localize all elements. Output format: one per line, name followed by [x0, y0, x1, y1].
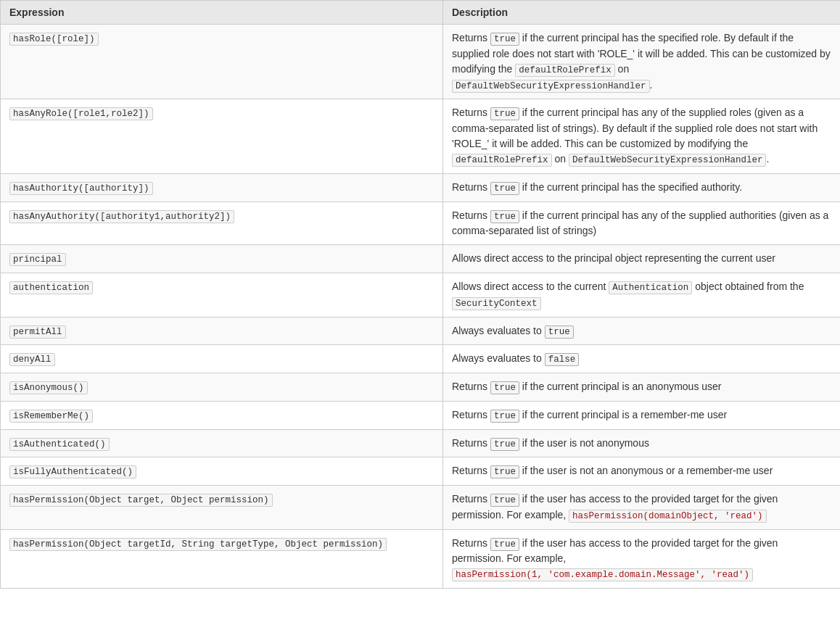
expression-cell: isRememberMe()	[1, 401, 443, 429]
description-cell: Returns true if the current principal is…	[443, 373, 841, 402]
code-snippet-red: hasPermission(domainObject, 'read')	[569, 510, 767, 523]
expression-code: hasPermission(Object target, Object perm…	[9, 494, 273, 507]
description-cell: Returns true if the current principal ha…	[443, 99, 841, 174]
expression-cell: principal	[1, 245, 443, 273]
description-cell: Returns true if the user has access to t…	[443, 529, 841, 589]
expressions-table: Expression Description hasRole([role])Re…	[0, 0, 840, 589]
expression-cell: isAuthenticated()	[1, 429, 443, 457]
table-row: hasPermission(Object target, Object perm…	[1, 486, 841, 530]
true-badge: true	[490, 381, 519, 394]
description-cell: Returns true if the current principal ha…	[443, 202, 841, 245]
true-badge: true	[490, 210, 519, 223]
true-badge: true	[490, 33, 519, 46]
description-header: Description	[443, 1, 841, 25]
false-badge: false	[545, 353, 580, 366]
expression-code: principal	[9, 253, 66, 266]
code-snippet: Authentication	[609, 281, 692, 294]
expression-code: permitAll	[9, 325, 66, 339]
description-cell: Allows direct access to the principal ob…	[443, 245, 841, 273]
description-cell: Returns true if the current principal ha…	[443, 173, 841, 202]
true-badge: true	[490, 107, 519, 120]
code-snippet: defaultRolePrefix	[515, 64, 615, 77]
code-snippet-red: hasPermission(1, 'com.example.domain.Mes…	[452, 568, 753, 581]
expression-code: isFullyAuthenticated()	[9, 465, 136, 478]
description-cell: Returns true if the user is not an anony…	[443, 457, 841, 486]
expression-code: hasPermission(Object targetId, String ta…	[9, 538, 387, 551]
description-cell: Allows direct access to the current Auth…	[443, 273, 841, 318]
true-badge: true	[490, 410, 519, 423]
expression-code: hasAnyRole([role1,role2])	[9, 107, 153, 120]
table-row: isAuthenticated()Returns true if the use…	[1, 429, 841, 457]
code-snippet: defaultRolePrefix	[452, 154, 552, 167]
expression-cell: permitAll	[1, 317, 443, 345]
expression-code: isRememberMe()	[9, 410, 93, 423]
expression-code: isAnonymous()	[9, 381, 88, 394]
true-badge: true	[490, 438, 519, 451]
table-row: denyAllAlways evaluates to false	[1, 345, 841, 373]
table-row: hasPermission(Object targetId, String ta…	[1, 529, 841, 589]
true-badge: true	[545, 325, 574, 339]
expression-cell: isAnonymous()	[1, 373, 443, 402]
expression-cell: hasAnyRole([role1,role2])	[1, 99, 443, 174]
table-row: permitAllAlways evaluates to true	[1, 317, 841, 345]
table-row: hasRole([role])Returns true if the curre…	[1, 25, 841, 99]
description-cell: Always evaluates to false	[443, 345, 841, 373]
table-row: isRememberMe()Returns true if the curren…	[1, 401, 841, 429]
expression-cell: hasPermission(Object target, Object perm…	[1, 486, 443, 530]
expression-cell: hasRole([role])	[1, 25, 443, 99]
table-row: principalAllows direct access to the pri…	[1, 245, 841, 273]
true-badge: true	[490, 538, 519, 551]
code-snippet: DefaultWebSecurityExpressionHandler	[569, 154, 767, 167]
expression-cell: hasAuthority([authority])	[1, 173, 443, 202]
description-cell: Returns true if the user is not anonymou…	[443, 429, 841, 457]
table-row: hasAnyAuthority([authority1,authority2])…	[1, 202, 841, 245]
table-row: isAnonymous()Returns true if the current…	[1, 373, 841, 402]
table-row: isFullyAuthenticated()Returns true if th…	[1, 457, 841, 486]
expression-code: hasAnyAuthority([authority1,authority2])	[9, 210, 234, 223]
true-badge: true	[490, 494, 519, 507]
table-row: authenticationAllows direct access to th…	[1, 273, 841, 318]
expression-cell: denyAll	[1, 345, 443, 373]
expression-code: hasRole([role])	[9, 33, 99, 46]
expression-header: Expression	[1, 1, 443, 25]
true-badge: true	[490, 465, 519, 478]
expression-code: denyAll	[9, 353, 55, 366]
description-cell: Returns true if the current principal is…	[443, 401, 841, 429]
expression-cell: isFullyAuthenticated()	[1, 457, 443, 486]
description-cell: Returns true if the user has access to t…	[443, 486, 841, 530]
expression-code: authentication	[9, 281, 93, 294]
table-row: hasAuthority([authority])Returns true if…	[1, 173, 841, 202]
expression-code: hasAuthority([authority])	[9, 182, 153, 195]
expression-code: isAuthenticated()	[9, 438, 110, 451]
expression-cell: hasAnyAuthority([authority1,authority2])	[1, 202, 443, 245]
true-badge: true	[490, 182, 519, 195]
description-cell: Always evaluates to true	[443, 317, 841, 345]
code-snippet: DefaultWebSecurityExpressionHandler	[452, 80, 650, 93]
table-row: hasAnyRole([role1,role2])Returns true if…	[1, 99, 841, 174]
code-snippet: SecurityContext	[452, 297, 541, 310]
expression-cell: authentication	[1, 273, 443, 318]
description-cell: Returns true if the current principal ha…	[443, 25, 841, 99]
expression-cell: hasPermission(Object targetId, String ta…	[1, 529, 443, 589]
